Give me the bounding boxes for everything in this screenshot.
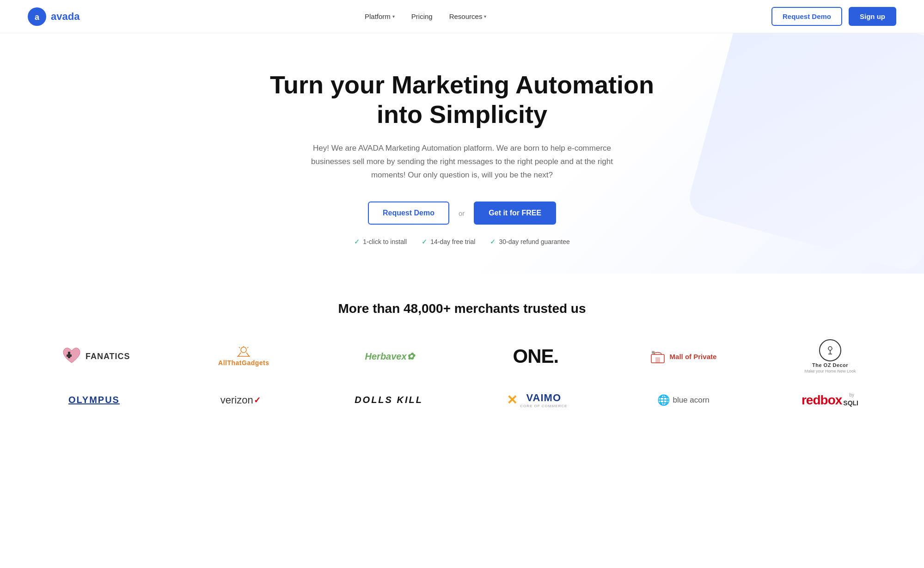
nav-links: Platform ▾ Pricing Resources ▾ <box>365 12 486 20</box>
logo-dollskill: Dolls Kill <box>355 395 423 405</box>
badge-refund: ✓ 30-day refund guarantee <box>490 238 569 246</box>
badge-trial: ✓ 14-day free trial <box>422 238 475 246</box>
hero-or-text: or <box>459 209 465 217</box>
one-text: ONE. <box>513 345 559 367</box>
blueacorn-icon: 🌐 <box>657 394 670 406</box>
logo-blueacorn: 🌐 blue acorn <box>651 394 716 406</box>
fanatics-text: FANATICS <box>86 352 130 361</box>
ozdecor-sub: Make your Home New Look <box>805 369 856 373</box>
logo-ozdecor: The OZ Decor Make your Home New Look <box>798 339 863 373</box>
verizon-checkmark-icon: ✓ <box>254 395 261 405</box>
svg-text:a: a <box>35 12 40 22</box>
logo-one: ONE. <box>503 345 568 367</box>
redbox-text: redbox <box>802 393 842 408</box>
vaimo-text: VAIMO <box>520 392 567 404</box>
svg-rect-12 <box>655 357 660 363</box>
svg-line-10 <box>247 347 248 348</box>
nav-pricing[interactable]: Pricing <box>411 12 433 20</box>
hero-section: Turn your Marketing Automation into Simp… <box>0 33 924 274</box>
verizon-text: verizon <box>220 394 253 406</box>
svg-rect-3 <box>67 354 72 357</box>
check-icon: ✓ <box>354 238 360 246</box>
nav-request-demo-button[interactable]: Request Demo <box>771 7 842 26</box>
hero-subtitle: Hey! We are AVADA Marketing Automation p… <box>305 142 619 182</box>
olympus-text: OLYMPUS <box>68 395 120 405</box>
svg-point-14 <box>828 347 832 350</box>
hero-content: Turn your Marketing Automation into Simp… <box>18 70 906 246</box>
svg-text:🏬: 🏬 <box>652 350 655 354</box>
vaimo-x-icon: ✕ <box>507 392 517 408</box>
svg-line-9 <box>239 347 240 348</box>
logo-mallofprivate: 🏬 Mall of Private <box>649 348 717 365</box>
hero-cta-area: Request Demo or Get it for FREE <box>18 202 906 225</box>
avada-logo-icon: a <box>28 7 46 26</box>
check-icon: ✓ <box>422 238 428 246</box>
logo-vaimo: ✕ VAIMO CORE OF COMMERCE <box>505 392 569 408</box>
allthat-icon <box>233 346 254 359</box>
logo-fanatics: FANATICS <box>61 346 130 366</box>
redbox-by-text: by <box>845 392 858 397</box>
badge-install: ✓ 1-click to install <box>354 238 407 246</box>
hero-badges: ✓ 1-click to install ✓ 14-day free trial… <box>18 238 906 246</box>
svg-line-6 <box>246 353 249 356</box>
trusted-title: More than 48,000+ merchants trusted us <box>28 301 896 316</box>
logo-herbavex: Herbavex✿ <box>357 351 422 362</box>
logo-allthatgadgets: AllThatGadgets <box>211 346 276 366</box>
nav-resources[interactable]: Resources ▾ <box>449 12 487 20</box>
logo-redbox: redbox by SQLI <box>797 392 862 408</box>
mallofprivate-icon: 🏬 <box>649 348 666 365</box>
nav-platform[interactable]: Platform ▾ <box>365 12 395 20</box>
ozdecor-circle-icon <box>819 339 841 361</box>
logo-text: avada <box>51 11 80 23</box>
logo-olympus: OLYMPUS <box>61 395 126 405</box>
dollskill-text: Dolls Kill <box>355 395 423 405</box>
herbavex-text: Herbavex✿ <box>365 351 415 362</box>
navbar: a avada Platform ▾ Pricing Resources ▾ R… <box>0 0 924 33</box>
chevron-down-icon: ▾ <box>484 14 486 19</box>
svg-point-4 <box>241 347 246 353</box>
logos-row-2: OLYMPUS verizon ✓ Dolls Kill ✕ VAIMO COR… <box>28 392 896 408</box>
hero-title: Turn your Marketing Automation into Simp… <box>254 70 670 129</box>
nav-buttons: Request Demo Sign up <box>771 7 896 26</box>
logo[interactable]: a avada <box>28 7 80 26</box>
vaimo-sub: CORE OF COMMERCE <box>520 404 567 408</box>
svg-line-5 <box>238 353 241 356</box>
mallofprivate-text: Mall of Private <box>670 353 717 360</box>
trusted-section: More than 48,000+ merchants trusted us F… <box>0 274 924 445</box>
check-icon: ✓ <box>490 238 496 246</box>
chevron-down-icon: ▾ <box>392 14 395 19</box>
hero-get-free-button[interactable]: Get it for FREE <box>474 202 556 225</box>
fanatics-heart-icon <box>61 346 82 366</box>
allthat-text: AllThatGadgets <box>218 359 269 366</box>
nav-signup-button[interactable]: Sign up <box>849 7 896 26</box>
blueacorn-text: blue acorn <box>673 396 709 405</box>
redbox-sqli-text: SQLI <box>843 399 858 407</box>
ozdecor-text: The OZ Decor <box>812 362 848 368</box>
hero-request-demo-button[interactable]: Request Demo <box>368 202 449 225</box>
logos-row-1: FANATICS AllThatGadgets Herbavex✿ <box>28 339 896 373</box>
logo-verizon: verizon ✓ <box>208 394 273 406</box>
